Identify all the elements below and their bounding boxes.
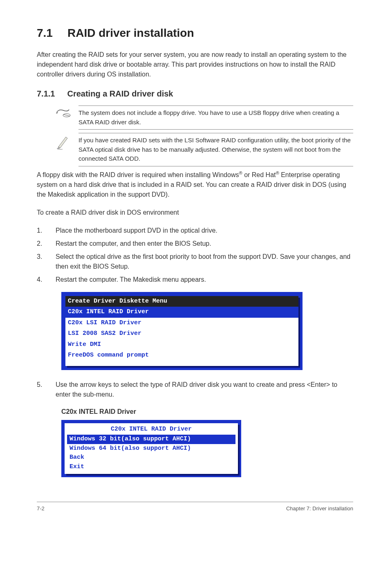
step-list: 1.Place the motherboard support DVD in t… — [37, 226, 353, 285]
console-item: Write DMI — [65, 339, 298, 350]
section-number: 7.1 — [37, 27, 53, 39]
list-item: 5.Use the arrow keys to select the type … — [37, 380, 353, 399]
note-box: The system does not include a floppy dri… — [37, 105, 353, 130]
page-number: 7-2 — [37, 505, 45, 513]
subsection-number: 7.1.1 — [37, 89, 55, 98]
console-item: FreeDOS command prompt — [65, 350, 298, 361]
subsection-title: Creating a RAID driver disk — [67, 89, 173, 98]
section-title: RAID driver installation — [67, 27, 194, 39]
page-footer: 7-2 Chapter 7: Driver installation — [37, 502, 353, 513]
list-item: 3.Select the optical drive as the first … — [37, 252, 353, 272]
note-box: If you have created RAID sets with the L… — [37, 133, 353, 166]
chapter-label: Chapter 7: Driver installation — [286, 505, 353, 513]
list-item: 1.Place the motherboard support DVD in t… — [37, 226, 353, 236]
svg-line-1 — [63, 114, 70, 116]
note-text: The system does not include a floppy dri… — [78, 105, 353, 130]
console-item: Back — [67, 453, 235, 462]
note-text: If you have created RAID sets with the L… — [78, 133, 353, 166]
section-heading: 7.1RAID driver installation — [37, 25, 353, 42]
console-item: Windows 64 bit(also support AHCI) — [67, 444, 235, 453]
body-paragraph: A floppy disk with the RAID driver is re… — [37, 170, 353, 200]
console-selected-item: C20x INTEL RAID Driver — [65, 307, 298, 318]
console-title: C20x INTEL RAID Driver — [65, 425, 237, 435]
body-paragraph: To create a RAID driver disk in DOS envi… — [37, 208, 353, 218]
console-item: Exit — [67, 462, 235, 472]
submenu-label: C20x INTEL RAID Driver — [61, 407, 353, 417]
console-screenshot: Create Driver Diskette Menu C20x INTEL R… — [61, 292, 303, 370]
subsection-heading: 7.1.1Creating a RAID driver disk — [37, 88, 353, 100]
list-item: 2.Restart the computer, and then enter t… — [37, 239, 353, 249]
intro-paragraph: After creating the RAID sets for your se… — [37, 50, 353, 79]
console-selected-item: Windows 32 bit(also support AHCI) — [67, 435, 235, 444]
console-item: LSI 2008 SAS2 Driver — [65, 328, 298, 339]
pencil-icon — [53, 133, 73, 150]
console-item: C20x LSI RAID Driver — [65, 318, 298, 329]
console-screenshot: C20x INTEL RAID Driver Windows 32 bit(al… — [61, 420, 241, 478]
note-icon — [53, 105, 73, 119]
list-item: 4.Restart the computer. The Makedisk men… — [37, 275, 353, 285]
step-list: 5.Use the arrow keys to select the type … — [37, 380, 353, 399]
console-title: Create Driver Diskette Menu — [65, 296, 298, 307]
